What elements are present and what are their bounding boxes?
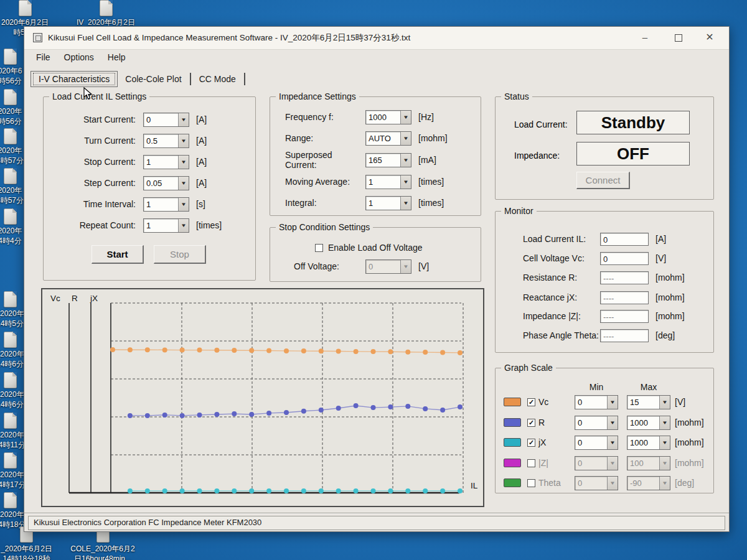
file-icon[interactable] bbox=[4, 492, 17, 508]
unit-label: [deg] bbox=[655, 330, 675, 340]
file-icon[interactable] bbox=[4, 452, 17, 469]
dropdown-arrow-icon[interactable] bbox=[400, 260, 411, 273]
moving-average-combo[interactable]: 1 bbox=[365, 175, 411, 189]
menu-help[interactable]: Help bbox=[101, 50, 133, 66]
time-interval-label: Time Interval: bbox=[47, 199, 136, 209]
min-column-header: Min bbox=[575, 382, 618, 392]
step-current-combo[interactable]: 0.05 bbox=[143, 176, 189, 190]
jx-max-combo[interactable]: 1000 bbox=[627, 436, 670, 450]
unit-label: [A] bbox=[196, 157, 207, 167]
impedance-settings-group: Impedance Settings Frequency f:1000[Hz] … bbox=[270, 96, 481, 216]
theta-max-combo[interactable]: -90 bbox=[627, 476, 670, 490]
file-icon[interactable] bbox=[4, 168, 17, 184]
enable-load-off-voltage-checkbox[interactable] bbox=[315, 244, 323, 252]
vc-min-combo[interactable]: 0 bbox=[575, 395, 618, 409]
tab-cole-cole-plot[interactable]: Cole-Cole Plot bbox=[118, 72, 189, 86]
monitor-cell-voltage-label: Cell Voltage Vc: bbox=[523, 253, 600, 263]
r-color-swatch bbox=[504, 418, 521, 427]
repeat-count-combo[interactable]: 1 bbox=[143, 218, 189, 233]
file-icon[interactable] bbox=[4, 49, 17, 65]
r-min-combo[interactable]: 0 bbox=[575, 416, 618, 430]
file-icon[interactable] bbox=[4, 291, 17, 307]
file-icon[interactable] bbox=[4, 208, 17, 225]
turn-current-combo[interactable]: 0.5 bbox=[143, 134, 189, 148]
dropdown-arrow-icon[interactable] bbox=[178, 134, 189, 147]
integral-combo[interactable]: 1 bbox=[365, 196, 411, 210]
desktop-icon-label: _2020年6月2日14時18分18秒 bbox=[0, 544, 56, 560]
unit-label: [V] bbox=[675, 397, 685, 407]
series-Vc bbox=[110, 347, 463, 355]
start-button[interactable]: Start bbox=[92, 245, 144, 264]
group-title: Graph Scale bbox=[501, 363, 556, 373]
vc-checkbox[interactable]: ✓ bbox=[527, 398, 535, 406]
dropdown-arrow-icon[interactable] bbox=[178, 219, 189, 232]
close-button[interactable]: ✕ bbox=[695, 27, 724, 49]
title-bar[interactable]: Kikusui Fuel Cell Load & Impedance Measu… bbox=[24, 27, 729, 50]
maximize-button[interactable] bbox=[664, 27, 693, 49]
dropdown-arrow-icon[interactable] bbox=[400, 175, 411, 189]
app-window: Kikusui Fuel Cell Load & Impedance Measu… bbox=[24, 26, 730, 532]
theta-min-combo[interactable]: 0 bbox=[575, 476, 618, 490]
dropdown-arrow-icon[interactable] bbox=[607, 477, 618, 490]
z-min-combo[interactable]: 0 bbox=[575, 456, 618, 470]
file-icon[interactable] bbox=[4, 372, 17, 388]
file-icon[interactable] bbox=[4, 413, 17, 429]
dropdown-arrow-icon[interactable] bbox=[400, 132, 411, 145]
dropdown-arrow-icon[interactable] bbox=[178, 156, 189, 169]
menu-options[interactable]: Options bbox=[57, 50, 101, 66]
dropdown-arrow-icon[interactable] bbox=[607, 457, 618, 470]
stop-button[interactable]: Stop bbox=[154, 245, 206, 264]
theta-checkbox[interactable] bbox=[527, 479, 535, 487]
desktop-icon[interactable]: IV_2020年6月2日 bbox=[65, 0, 146, 28]
monitor-resistance-label: Resistance R: bbox=[523, 273, 600, 282]
dropdown-arrow-icon[interactable] bbox=[400, 154, 411, 167]
step-current-label: Step Current: bbox=[47, 178, 136, 188]
dropdown-arrow-icon[interactable] bbox=[659, 436, 670, 449]
dropdown-arrow-icon[interactable] bbox=[178, 198, 189, 211]
time-interval-combo[interactable]: 1 bbox=[143, 197, 189, 212]
dropdown-arrow-icon[interactable] bbox=[607, 436, 618, 449]
dropdown-arrow-icon[interactable] bbox=[607, 396, 618, 409]
dropdown-arrow-icon[interactable] bbox=[178, 177, 189, 190]
tab-iv-characteristics[interactable]: I-V Characteristics bbox=[31, 71, 118, 87]
monitor-resistance-field: ---- bbox=[600, 271, 649, 284]
file-icon[interactable] bbox=[4, 128, 17, 144]
file-icon[interactable] bbox=[4, 332, 17, 348]
unit-label: [mohm] bbox=[655, 292, 685, 302]
dropdown-arrow-icon[interactable] bbox=[178, 113, 189, 126]
moving-average-label: Moving Average: bbox=[285, 177, 364, 187]
group-title: Monitor bbox=[501, 206, 537, 216]
dropdown-arrow-icon[interactable] bbox=[659, 477, 670, 490]
menu-file[interactable]: File bbox=[29, 50, 57, 66]
status-group: Status Load Current: Standby Impedance: … bbox=[495, 96, 714, 200]
frequency-combo[interactable]: 1000 bbox=[365, 110, 411, 124]
z-max-combo[interactable]: 100 bbox=[627, 456, 670, 470]
dropdown-arrow-icon[interactable] bbox=[659, 457, 670, 470]
start-current-combo[interactable]: 0 bbox=[143, 113, 189, 127]
unit-label: [mohm] bbox=[655, 273, 685, 282]
connect-button[interactable]: Connect bbox=[576, 172, 630, 189]
off-voltage-combo[interactable]: 0 bbox=[365, 259, 411, 274]
group-title: Load Current IL Settings bbox=[49, 91, 149, 101]
file-icon[interactable] bbox=[100, 0, 113, 16]
dropdown-arrow-icon[interactable] bbox=[659, 396, 670, 409]
stop-current-combo[interactable]: 1 bbox=[143, 155, 189, 169]
minimize-button[interactable]: – bbox=[631, 27, 659, 49]
jx-min-combo[interactable]: 0 bbox=[575, 436, 618, 450]
file-icon[interactable] bbox=[19, 0, 32, 16]
tab-cc-mode[interactable]: CC Mode bbox=[192, 72, 243, 86]
z-checkbox[interactable] bbox=[527, 459, 535, 467]
iv-chart: Vc R jX IL bbox=[41, 288, 484, 507]
superposed-current-combo[interactable]: 165 bbox=[365, 153, 411, 167]
r-max-combo[interactable]: 1000 bbox=[627, 416, 670, 430]
dropdown-arrow-icon[interactable] bbox=[400, 111, 411, 124]
vc-max-combo[interactable]: 15 bbox=[627, 395, 670, 409]
dropdown-arrow-icon[interactable] bbox=[659, 416, 670, 429]
range-combo[interactable]: AUTO bbox=[365, 131, 411, 146]
file-icon[interactable] bbox=[4, 89, 17, 105]
dropdown-arrow-icon[interactable] bbox=[400, 197, 411, 210]
r-checkbox[interactable]: ✓ bbox=[527, 419, 535, 427]
monitor-reactance-label: Reactance jX: bbox=[523, 292, 600, 302]
jx-checkbox[interactable]: ✓ bbox=[527, 439, 535, 447]
dropdown-arrow-icon[interactable] bbox=[607, 416, 618, 429]
